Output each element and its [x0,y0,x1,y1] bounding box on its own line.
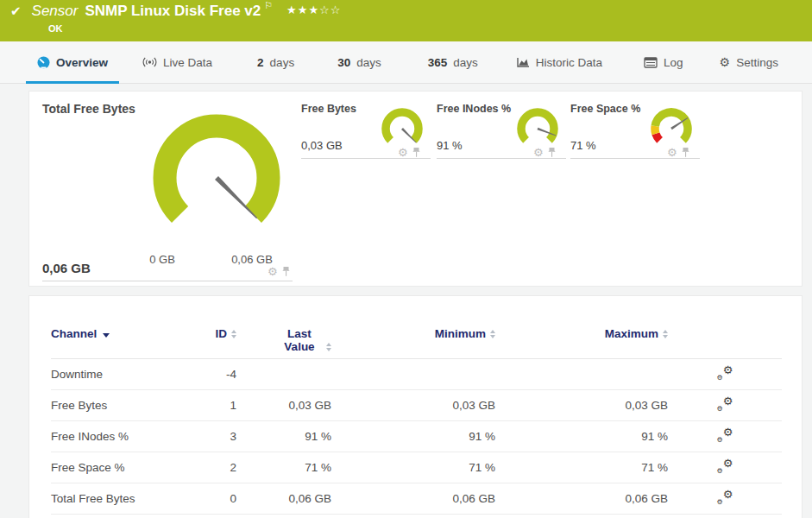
gauge-actions: ⚙ [268,265,290,278]
tab-unit: days [453,56,478,69]
channels-table: Channel ID Last Value Minimum Maximum [51,320,782,515]
tab-settings[interactable]: ⚙ Settings [708,41,790,83]
column-header-maximum[interactable]: Maximum [495,320,668,359]
sort-icon [326,343,331,351]
channels-panel: Channel ID Last Value Minimum Maximum [28,295,803,518]
table-row: Free Bytes 1 0,03 GB 0,03 GB 0,03 GB ⚙⚙ [51,390,782,421]
tab-365-days[interactable]: 365 days [417,41,489,83]
gauges-panel: Total Free Bytes 0 GB 0,06 GB 0,06 GB ⚙ … [28,91,803,287]
sort-icon [490,330,495,338]
log-list-icon [644,57,658,68]
channel-id: 1 [180,390,236,421]
pin-icon[interactable] [282,266,290,277]
table-row: Downtime -4 ⚙⚙ [51,359,782,390]
channel-settings-gears-icon[interactable]: ⚙⚙ [717,366,733,380]
sort-icon [231,330,236,338]
tab-number: 2 [257,56,264,69]
gauge-max-label: 0,06 GB [216,253,288,266]
channel-name[interactable]: Free Bytes [51,390,180,421]
column-header-channel[interactable]: Channel [51,320,180,359]
tab-unit: days [356,56,381,69]
gauge-cell-free-inodes: Free INodes % 91 % ⚙ [437,100,566,161]
tab-unit: days [270,56,295,69]
channel-id: 2 [180,452,236,483]
stars-empty[interactable]: ☆☆ [319,3,341,16]
main-gauge-title: Total Free Bytes [42,102,135,116]
channel-minimum: 0,06 GB [331,483,495,515]
tab-overview[interactable]: Overview [26,41,119,83]
tab-number: 30 [337,56,350,69]
channel-maximum: 0,03 GB [495,390,668,421]
tab-label: Overview [56,56,108,69]
sort-desc-icon [103,333,110,338]
tab-label: Log [664,56,683,69]
channel-name[interactable]: Free Space % [51,452,180,483]
channel-minimum [331,359,495,390]
channel-last-value: 0,06 GB [236,483,331,515]
sensor-status-banner: ✔ Sensor SNMP Linux Disk Free v2 ⚐ ★★★☆☆… [0,0,812,41]
column-header-minimum[interactable]: Minimum [331,320,495,359]
channel-name[interactable]: Downtime [51,359,180,390]
gauge-separator [570,158,700,159]
gauge-min-label: 0 GB [131,253,193,266]
sensor-name: SNMP Linux Disk Free v2 [85,3,261,20]
gauge-title: Free INodes % [437,103,511,115]
gauge-value: 0,03 GB [301,139,343,152]
gauge-separator [42,281,293,281]
gauge-icon [37,56,50,69]
gear-icon[interactable]: ⚙ [667,146,677,159]
channel-last-value [236,359,331,390]
channel-maximum: 91 % [495,421,668,452]
gauge-cell-free-space: Free Space % 71 % ⚙ [570,100,700,161]
pin-icon[interactable] [548,147,556,158]
table-header-row: Channel ID Last Value Minimum Maximum [51,320,782,359]
channel-id: 0 [180,483,236,515]
tab-historic-data[interactable]: Historic Data [505,41,614,83]
channel-last-value: 91 % [236,421,331,452]
sort-icon [663,330,668,338]
pin-icon[interactable] [682,147,689,158]
channel-minimum: 0,03 GB [331,390,495,421]
gear-icon[interactable]: ⚙ [398,146,408,159]
channel-settings-gears-icon[interactable]: ⚙⚙ [717,397,733,411]
area-chart-icon [516,56,530,68]
priority-flag-icon[interactable]: ⚐ [264,0,273,11]
gear-icon: ⚙ [720,55,731,69]
gauge-separator [437,158,566,159]
channel-id: 3 [180,421,236,452]
channel-settings-gears-icon[interactable]: ⚙⚙ [717,490,733,504]
gauge-value: 91 % [437,139,463,152]
table-row: Free Space % 2 71 % 71 % 71 % ⚙⚙ [51,452,782,483]
gauge-separator [301,158,431,159]
channel-maximum [495,359,668,390]
status-badge: OK [48,23,63,34]
gear-icon[interactable]: ⚙ [268,265,278,278]
column-header-last-value[interactable]: Last Value [236,320,331,359]
gauge-value: 71 % [570,139,596,152]
channel-settings-gears-icon[interactable]: ⚙⚙ [717,428,733,442]
gauge-title: Free Space % [570,103,640,115]
priority-stars[interactable]: ★★★☆☆ [286,3,341,16]
channel-name[interactable]: Free INodes % [51,421,180,452]
channel-maximum: 0,06 GB [495,483,668,515]
gear-icon[interactable]: ⚙ [533,146,544,159]
tab-log[interactable]: Log [633,41,695,83]
stars-filled[interactable]: ★★★ [286,3,319,16]
channel-name[interactable]: Total Free Bytes [51,483,180,515]
channel-minimum: 71 % [331,452,495,483]
channel-id: -4 [180,359,236,390]
gauge-title: Free Bytes [301,103,356,115]
gauge-actions: ⚙ [398,146,420,159]
channel-last-value: 71 % [236,452,331,483]
pin-icon[interactable] [412,147,420,158]
tab-label: Historic Data [536,56,602,69]
channel-minimum: 91 % [331,421,495,452]
tab-bar: Overview Live Data 2 days 30 days 365 da… [0,41,812,84]
channel-settings-gears-icon[interactable]: ⚙⚙ [717,459,733,473]
tab-2-days[interactable]: 2 days [246,41,305,83]
table-row: Free INodes % 3 91 % 91 % 91 % ⚙⚙ [51,421,782,452]
tab-live-data[interactable]: Live Data [131,41,223,83]
tab-30-days[interactable]: 30 days [326,41,393,83]
tab-label: Live Data [163,56,212,69]
column-header-id[interactable]: ID [180,320,236,359]
